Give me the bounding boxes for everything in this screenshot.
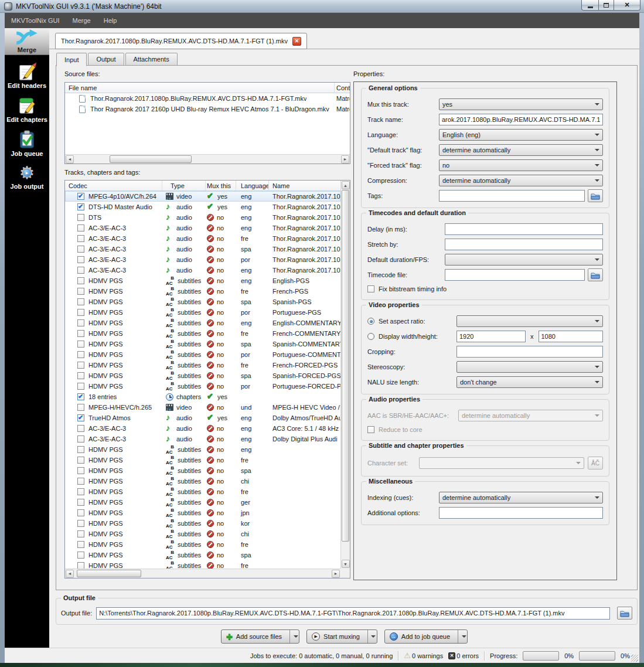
stereoscopy-select[interactable] (456, 361, 603, 373)
track-row[interactable]: HDMV PGSsubtitlesnojpn (65, 508, 340, 518)
tab-input[interactable]: Input (56, 53, 87, 66)
resize-grip[interactable] (631, 655, 638, 662)
column-mux-this[interactable]: Mux this (206, 181, 236, 190)
track-checkbox[interactable] (77, 203, 84, 210)
track-checkbox[interactable] (77, 404, 84, 411)
track-checkbox[interactable] (77, 267, 84, 274)
track-row[interactable]: HDMV PGSsubtitlesnospaSpanish-FORCED-PGS (65, 370, 340, 381)
track-row[interactable]: AC-3/E-AC-3audionoengThor.Ragnarok.2017.… (65, 223, 340, 233)
track-row[interactable]: HDMV PGSsubtitlesnoengEnglish-COMMENTARY… (65, 318, 340, 328)
track-row[interactable]: HDMV PGSsubtitlesnofreFrench-FORCED-PGS (65, 360, 340, 370)
add-to-job-queue-dropdown[interactable] (458, 630, 467, 643)
track-checkbox[interactable] (77, 309, 84, 316)
track-row[interactable]: HDMV PGSsubtitlesnospaSpanish-PGS (65, 297, 340, 307)
aac-sbr-select[interactable]: determine automatically (458, 410, 603, 421)
track-row[interactable]: 18 entrieschaptersyes (65, 392, 340, 402)
track-row[interactable]: HDMV PGSsubtitlesnoeng (65, 444, 340, 455)
sidebar-item-job-queue[interactable]: Job queue (5, 130, 49, 157)
track-row[interactable]: MPEG-H/HEVC/h.265videonoundMPEG-H HEVC V… (65, 402, 340, 413)
add-source-files-button[interactable]: ✚ Add source files (221, 629, 299, 644)
start-muxing-dropdown[interactable] (367, 630, 377, 643)
sidebar-item-edit-chapters[interactable]: Edit chapters (5, 96, 49, 123)
language-select[interactable]: English (eng) (439, 129, 603, 141)
track-row[interactable]: AC-3/E-AC-3audionofreThor.Ragnarok.2017.… (65, 233, 340, 244)
file-tab[interactable]: Thor.Ragnarok.2017.1080p.BluRay.REMUX.AV… (55, 33, 307, 49)
track-checkbox[interactable] (77, 509, 84, 516)
track-checkbox[interactable] (77, 246, 84, 253)
output-file-browse-button[interactable] (617, 607, 632, 620)
track-checkbox[interactable] (77, 372, 84, 379)
track-row[interactable]: HDMV PGSsubtitlesnospa (65, 465, 340, 476)
track-row[interactable]: HDMV PGSsubtitlesnochi (65, 476, 340, 486)
menu-mkvtoolnix-gui[interactable]: MKVToolNix GUI (5, 14, 66, 27)
source-files-hscrollbar[interactable]: ◄ ► (65, 154, 350, 164)
column-codec[interactable]: Codec (65, 181, 162, 190)
track-row[interactable]: HDMV PGSsubtitlesnofreFrench-COMMENTARY-… (65, 328, 340, 339)
column-language[interactable]: Language (236, 181, 269, 190)
track-checkbox[interactable] (77, 214, 84, 221)
track-name-input[interactable] (439, 114, 603, 125)
charset-preview-button[interactable]: ÅČ (588, 457, 603, 469)
menu-merge[interactable]: Merge (66, 14, 97, 27)
reduce-to-core-checkbox[interactable] (367, 426, 374, 433)
sidebar-item-edit-headers[interactable]: Edit headers (5, 62, 49, 89)
track-row[interactable]: AC-3/E-AC-3audionoengThor.Ragnarok.2017.… (65, 265, 340, 275)
close-button[interactable]: ✕ (614, 0, 640, 11)
track-checkbox[interactable] (77, 435, 84, 443)
track-checkbox[interactable] (77, 414, 84, 421)
track-row[interactable]: HDMV PGSsubtitlesnofre (65, 560, 340, 569)
source-file-row[interactable]: Thor.Ragnarok.2017.1080p.BluRay.REMUX.AV… (65, 93, 350, 104)
track-row[interactable]: AC-3/E-AC-3audionoengDolby Digital Plus … (65, 434, 340, 444)
mux-this-track-select[interactable]: yes (439, 98, 603, 110)
track-row[interactable]: HDMV PGSsubtitlesnofre (65, 486, 340, 497)
sidebar-item-job-output[interactable]: ⚙▶ Job output (5, 164, 49, 190)
track-checkbox[interactable] (77, 319, 84, 326)
track-checkbox[interactable] (77, 277, 84, 284)
track-row[interactable]: AC-3/E-AC-3audionoengAC3 Core: 5.1 / 48 … (65, 423, 340, 434)
scroll-up-icon[interactable]: ▲ (342, 181, 350, 189)
scroll-thumb[interactable] (342, 190, 349, 542)
menu-help[interactable]: Help (97, 14, 124, 27)
track-row[interactable]: HDMV PGSsubtitlesnoger (65, 497, 340, 508)
track-checkbox[interactable] (77, 552, 84, 559)
track-checkbox[interactable] (77, 457, 84, 464)
default-track-flag-select[interactable]: determine automatically (439, 144, 603, 156)
aspect-ratio-select[interactable] (456, 315, 603, 327)
track-row[interactable]: HDMV PGSsubtitlesnofreFrench-PGS (65, 286, 340, 297)
timecode-file-browse-button[interactable] (588, 268, 603, 281)
timecode-file-input[interactable] (445, 269, 585, 281)
additional-options-input[interactable] (439, 507, 603, 519)
column-name[interactable]: Name (269, 181, 340, 190)
track-row[interactable]: DTS-HD Master AudioaudioyesengThor.Ragna… (65, 202, 340, 212)
minimize-button[interactable] (581, 0, 598, 11)
track-checkbox[interactable] (77, 541, 84, 548)
cropping-input[interactable] (456, 346, 603, 358)
tab-output[interactable]: Output (88, 53, 124, 66)
track-checkbox[interactable] (77, 224, 84, 232)
track-checkbox[interactable] (77, 393, 84, 400)
scroll-left-icon[interactable]: ◄ (66, 570, 74, 578)
default-duration-select[interactable] (445, 254, 603, 266)
compression-select[interactable]: determine automatically (439, 175, 603, 186)
track-checkbox[interactable] (77, 499, 84, 506)
tracks-hscrollbar[interactable]: ◄ ► (65, 569, 340, 578)
source-file-row[interactable]: Thor Ragnarok 2017 2160p UHD Blu-ray Rem… (65, 104, 350, 114)
track-checkbox[interactable] (77, 256, 84, 263)
track-checkbox[interactable] (77, 520, 84, 527)
scroll-right-icon[interactable]: ► (341, 155, 349, 164)
track-checkbox[interactable] (77, 446, 84, 453)
track-row[interactable]: HDMV PGSsubtitlesnochi (65, 529, 340, 539)
track-checkbox[interactable] (77, 530, 84, 537)
file-tab-close-icon[interactable]: ✕ (292, 37, 301, 46)
track-checkbox[interactable] (77, 351, 84, 358)
forced-track-flag-select[interactable]: no (439, 159, 603, 171)
track-row[interactable]: HDMV PGSsubtitlesnoporPortuguese-COMMENT… (65, 349, 340, 360)
display-dimensions-radio[interactable] (367, 333, 374, 340)
track-row[interactable]: MPEG-4p10/AVC/h.264videoyesengThor.Ragna… (65, 191, 340, 202)
track-row[interactable]: AC-3/E-AC-3audionoporThor.Ragnarok.2017.… (65, 254, 340, 265)
scroll-right-icon[interactable]: ► (332, 570, 340, 578)
tab-attachments[interactable]: Attachments (125, 53, 178, 66)
track-row[interactable]: HDMV PGSsubtitlesnoporPortuguese-PGS (65, 307, 340, 318)
track-checkbox[interactable] (77, 330, 84, 337)
nalu-size-select[interactable]: don't change (456, 376, 603, 388)
